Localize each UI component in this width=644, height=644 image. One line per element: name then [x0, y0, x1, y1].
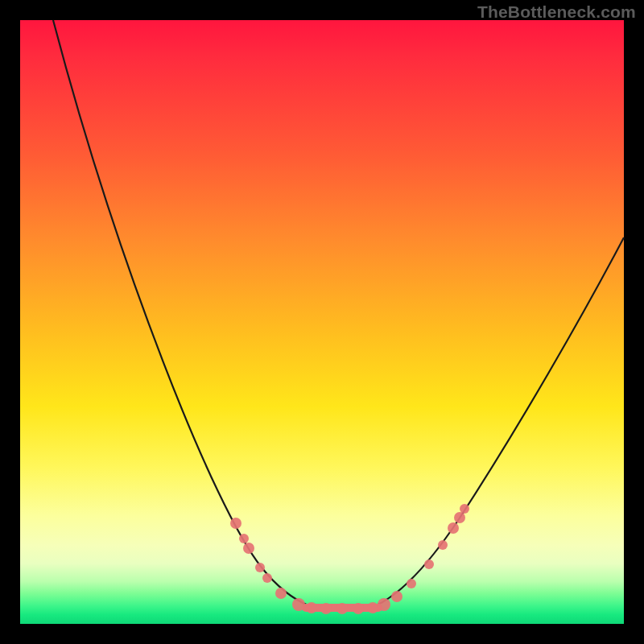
data-dot [292, 598, 305, 611]
attribution-label: TheBottleneck.com [477, 2, 636, 22]
data-dot [243, 543, 254, 554]
chart-svg [20, 20, 624, 624]
data-dot [255, 563, 265, 572]
data-dot [306, 602, 317, 613]
data-dot [320, 603, 332, 614]
data-dot [438, 540, 448, 550]
data-dot [391, 591, 402, 602]
data-dot [460, 504, 469, 514]
data-dot [353, 603, 364, 614]
data-dot [378, 598, 390, 611]
data-dot [262, 573, 272, 583]
data-dot [424, 559, 434, 569]
curve-left [53, 20, 310, 606]
data-dot [230, 518, 242, 529]
data-dot [239, 534, 249, 543]
data-dot [407, 579, 416, 588]
plot-area [20, 20, 624, 624]
data-dot [448, 522, 459, 534]
data-dots [230, 504, 469, 614]
data-dot [454, 512, 465, 523]
data-dot [367, 602, 378, 613]
data-dot [336, 603, 348, 614]
curve-right [374, 237, 624, 606]
chart-frame: TheBottleneck.com [0, 0, 644, 644]
data-dot [275, 588, 287, 599]
